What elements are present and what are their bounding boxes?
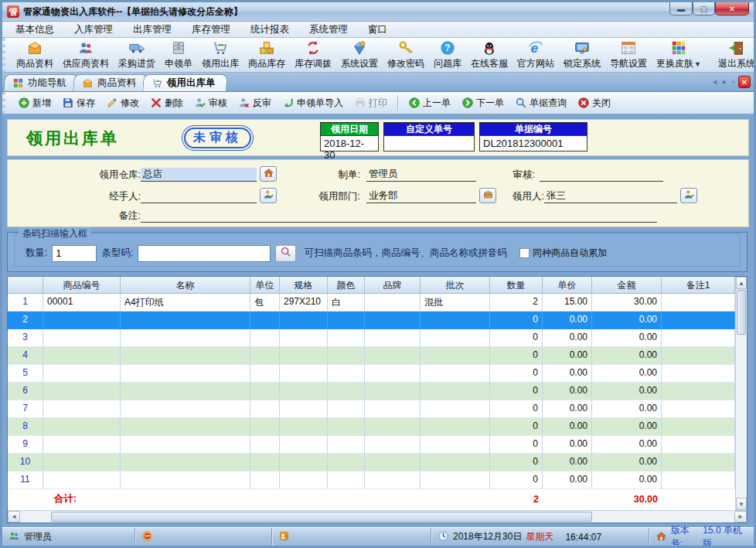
table-cell[interactable]: 包	[250, 294, 280, 311]
table-cell[interactable]	[328, 418, 365, 436]
table-cell[interactable]: 0.00	[543, 471, 592, 489]
row-number-cell[interactable]: 10	[8, 454, 43, 471]
table-cell[interactable]	[365, 311, 421, 329]
table-cell[interactable]	[662, 347, 735, 365]
form-toolbar-button-save[interactable]: 保存	[57, 94, 100, 112]
table-cell[interactable]	[365, 418, 421, 436]
table-row[interactable]: 200.000.00	[8, 311, 735, 329]
table-cell[interactable]: 0.00	[592, 436, 662, 454]
dept-picker-button[interactable]	[479, 188, 496, 203]
table-cell[interactable]: 0.00	[543, 418, 592, 436]
horizontal-scroll-thumb[interactable]	[51, 512, 592, 522]
toolbar-button-goods[interactable]: 商品资料	[12, 39, 58, 70]
grid-header-cell[interactable]: 颜色	[328, 277, 365, 293]
table-cell[interactable]	[280, 311, 328, 329]
table-cell[interactable]	[250, 347, 280, 365]
table-cell[interactable]	[43, 471, 121, 489]
table-cell[interactable]	[121, 311, 250, 329]
table-cell[interactable]: 0	[490, 471, 543, 489]
row-number-cell[interactable]: 2	[8, 311, 43, 329]
table-cell[interactable]	[43, 311, 121, 329]
table-cell[interactable]: 0	[490, 383, 543, 400]
table-row[interactable]: 900.000.00	[8, 436, 735, 454]
row-number-cell[interactable]: 9	[8, 436, 43, 454]
table-cell[interactable]	[43, 383, 121, 400]
row-number-cell[interactable]: 7	[8, 400, 43, 418]
form-toolbar-button-unaudit[interactable]: 反审	[233, 94, 276, 112]
grid-header-cell[interactable]: 单价	[543, 277, 592, 293]
table-cell[interactable]	[280, 365, 328, 383]
scroll-down-icon[interactable]: ▼	[736, 498, 747, 510]
table-cell[interactable]: 0.00	[592, 329, 662, 347]
table-cell[interactable]: 0.00	[592, 471, 662, 489]
tab-scroll-left-icon[interactable]: ◄	[711, 78, 718, 86]
table-cell[interactable]: 30.00	[592, 294, 662, 311]
table-row[interactable]: 300.000.00	[8, 329, 735, 347]
table-cell[interactable]	[421, 365, 490, 383]
table-cell[interactable]	[121, 329, 250, 347]
table-cell[interactable]	[365, 294, 421, 311]
toolbar-button-qq[interactable]: 在线客服	[466, 39, 513, 70]
table-cell[interactable]	[121, 418, 250, 436]
table-cell[interactable]	[250, 329, 280, 347]
tab-list-icon[interactable]: »	[731, 78, 735, 86]
table-row[interactable]: 400.000.00	[8, 347, 735, 365]
handler-picker-button[interactable]	[260, 188, 277, 203]
table-cell[interactable]	[662, 471, 735, 489]
toolbar-button-lock[interactable]: 锁定系统	[559, 39, 605, 70]
handler-field[interactable]	[141, 189, 257, 203]
table-cell[interactable]: 白	[328, 294, 365, 311]
table-cell[interactable]	[250, 454, 280, 471]
table-cell[interactable]	[662, 365, 735, 383]
table-cell[interactable]	[662, 311, 735, 329]
row-number-cell[interactable]: 1	[8, 294, 43, 311]
table-cell[interactable]	[662, 400, 735, 418]
grid-header-cell[interactable]: 单位	[250, 277, 280, 293]
table-cell[interactable]: 0.00	[543, 311, 592, 329]
grid-header-cell[interactable]: 品牌	[365, 277, 421, 293]
toolbar-button-transfer[interactable]: 库存调拨	[290, 39, 336, 70]
table-cell[interactable]	[328, 436, 365, 454]
table-cell[interactable]	[365, 436, 421, 454]
table-row[interactable]: 700.000.00	[8, 400, 735, 418]
form-toolbar-button-search[interactable]: 单据查询	[510, 94, 571, 112]
table-cell[interactable]: 0	[490, 365, 543, 383]
toolbar-button-nav[interactable]: 导航设置	[605, 39, 652, 70]
scroll-up-icon[interactable]: ▲	[736, 277, 747, 289]
table-cell[interactable]	[662, 383, 735, 400]
table-cell[interactable]: 0.00	[543, 436, 592, 454]
table-cell[interactable]	[421, 418, 490, 436]
form-toolbar-button-next[interactable]: 下一单	[457, 94, 509, 112]
warehouse-picker-button[interactable]	[260, 166, 277, 182]
menu-item-3[interactable]: 库存管理	[182, 22, 240, 38]
form-toolbar-button-add[interactable]: 新增	[13, 94, 56, 112]
minimize-button[interactable]: ▬	[669, 2, 693, 15]
table-cell[interactable]	[280, 329, 328, 347]
scroll-left-icon[interactable]: ◄	[8, 511, 20, 522]
form-toolbar-button-closec[interactable]: 关闭	[573, 94, 615, 112]
menu-item-5[interactable]: 系统管理	[299, 22, 358, 38]
table-cell[interactable]	[421, 347, 490, 365]
table-row[interactable]: 500.000.00	[8, 365, 735, 383]
table-cell[interactable]	[43, 436, 121, 454]
doc-no-field[interactable]: DL201812300001	[479, 135, 587, 151]
table-cell[interactable]	[365, 383, 421, 400]
table-cell[interactable]	[328, 471, 365, 489]
grid-header-cell[interactable]: 金额	[592, 277, 662, 293]
table-cell[interactable]	[250, 418, 280, 436]
grid-header-cell[interactable]: 数量	[490, 277, 543, 293]
table-cell[interactable]	[328, 365, 365, 383]
table-cell[interactable]: 0.00	[592, 383, 662, 400]
toolbar-button-cart[interactable]: 领用出库	[197, 39, 243, 70]
table-row[interactable]: 100001A4打印纸包297X210白混批215.0030.00	[8, 294, 735, 311]
table-cell[interactable]	[328, 454, 365, 471]
table-cell[interactable]: 2	[490, 294, 543, 311]
barcode-input[interactable]	[138, 245, 271, 262]
table-cell[interactable]	[43, 400, 121, 418]
auto-accumulate-checkbox[interactable]	[519, 248, 530, 258]
table-cell[interactable]	[121, 454, 250, 471]
table-cell[interactable]	[121, 400, 250, 418]
date-field[interactable]: 2018-12-30	[320, 135, 379, 151]
toolbar-button-question[interactable]: ?问题库	[429, 39, 466, 70]
table-cell[interactable]	[43, 454, 121, 471]
